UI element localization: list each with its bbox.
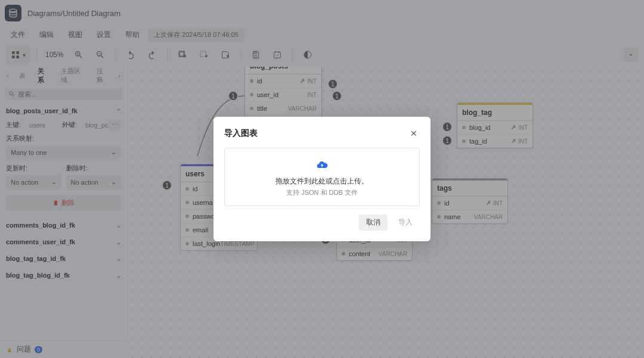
- import-button[interactable]: 导入: [391, 214, 420, 231]
- modal-title: 导入图表: [224, 128, 258, 139]
- upload-icon: [231, 159, 413, 173]
- modal-overlay: 导入图表 ✕ 拖放文件到此处或点击上传。 支持 JSON 和 DDB 文件 取消…: [0, 0, 644, 358]
- close-icon[interactable]: ✕: [408, 127, 420, 139]
- file-dropzone[interactable]: 拖放文件到此处或点击上传。 支持 JSON 和 DDB 文件: [224, 148, 420, 206]
- cancel-button[interactable]: 取消: [359, 214, 388, 231]
- import-modal: 导入图表 ✕ 拖放文件到此处或点击上传。 支持 JSON 和 DDB 文件 取消…: [213, 117, 431, 241]
